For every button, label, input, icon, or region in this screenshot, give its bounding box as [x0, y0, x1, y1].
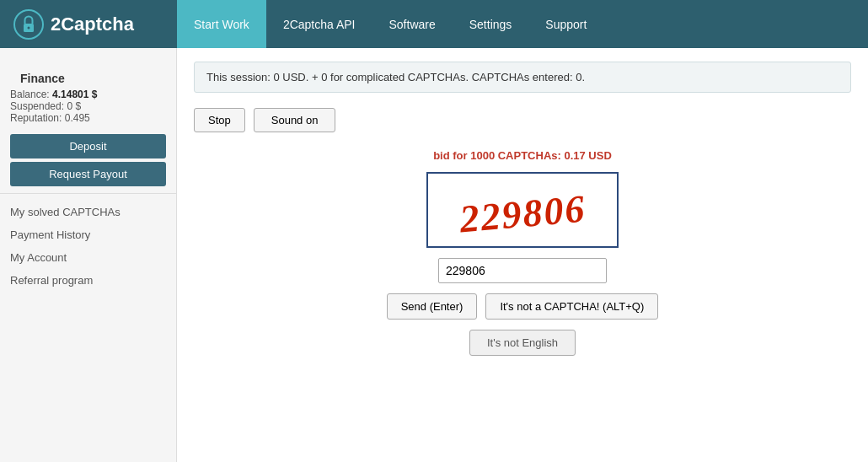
balance-label: Balance: [10, 89, 50, 100]
stop-button[interactable]: Stop [194, 108, 245, 132]
send-button[interactable]: Send (Enter) [387, 293, 478, 320]
not-english-button[interactable]: It's not English [469, 330, 576, 356]
suspended-row: Suspended: 0 $ [10, 100, 166, 112]
reputation-value: 0.495 [65, 112, 90, 124]
sidebar: Finance Balance: 4.14801 $ Suspended: 0 … [0, 48, 177, 462]
captcha-bid: bid for 1000 CAPTCHAs: 0.17 USD [433, 149, 612, 162]
captcha-action-buttons: Send (Enter) It's not a CAPTCHA! (ALT+Q) [387, 293, 659, 320]
session-info: This session: 0 USD. + 0 for complicated… [194, 62, 851, 93]
suspended-label: Suspended: [10, 100, 64, 112]
logo-text: 2Captcha [51, 13, 134, 35]
deposit-button[interactable]: Deposit [10, 134, 166, 158]
not-captcha-button[interactable]: It's not a CAPTCHA! (ALT+Q) [485, 293, 658, 320]
nav-support[interactable]: Support [528, 0, 603, 48]
finance-title: Finance [10, 65, 166, 89]
reputation-row: Reputation: 0.495 [10, 112, 166, 124]
request-payout-button[interactable]: Request Payout [10, 162, 166, 186]
logo-icon [13, 9, 44, 40]
nav-software[interactable]: Software [372, 0, 453, 48]
controls-row: Stop Sound on [194, 108, 851, 132]
captcha-input[interactable] [438, 258, 607, 283]
captcha-area: bid for 1000 CAPTCHAs: 0.17 USD 229806 S… [194, 149, 851, 356]
main-nav: Start Work 2Captcha API Software Setting… [177, 0, 603, 48]
captcha-image-box: 229806 [426, 172, 619, 248]
nav-2captcha-api[interactable]: 2Captcha API [266, 0, 372, 48]
sidebar-item-referral[interactable]: Referral program [0, 269, 176, 292]
sidebar-item-my-account[interactable]: My Account [0, 246, 176, 269]
sidebar-divider [0, 193, 176, 194]
balance-value: 4.14801 $ [52, 89, 97, 100]
finance-section: Finance Balance: 4.14801 $ Suspended: 0 … [0, 58, 176, 131]
sound-button[interactable]: Sound on [254, 108, 336, 132]
sidebar-item-my-captchas[interactable]: My solved CAPTCHAs [0, 201, 176, 223]
captcha-image: 229806 [438, 180, 607, 239]
header: 2Captcha Start Work 2Captcha API Softwar… [0, 0, 868, 48]
main-content: This session: 0 USD. + 0 for complicated… [177, 48, 868, 462]
suspended-value: 0 $ [67, 100, 81, 112]
sidebar-item-payment-history[interactable]: Payment History [0, 223, 176, 246]
balance-row: Balance: 4.14801 $ [10, 89, 166, 100]
nav-settings[interactable]: Settings [453, 0, 529, 48]
body-layout: Finance Balance: 4.14801 $ Suspended: 0 … [0, 48, 868, 462]
logo: 2Captcha [0, 9, 177, 40]
svg-point-2 [28, 26, 30, 29]
reputation-label: Reputation: [10, 112, 62, 124]
nav-start-work[interactable]: Start Work [177, 0, 266, 48]
